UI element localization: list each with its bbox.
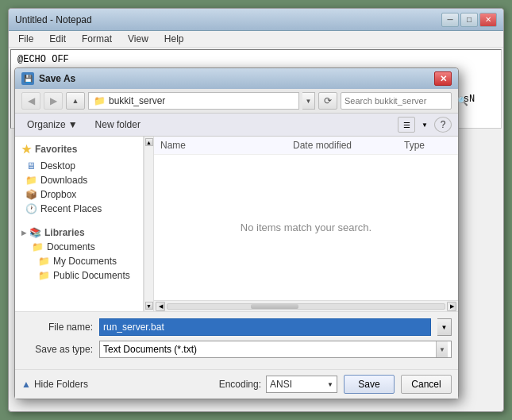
savetype-arrow[interactable]: ▼ (436, 341, 448, 357)
hscroll-thumb[interactable] (251, 304, 298, 309)
maximize-button[interactable]: □ (460, 13, 478, 27)
organize-button[interactable]: Organize ▼ (21, 117, 83, 133)
public-documents-icon: 📁 (37, 270, 50, 281)
menu-view[interactable]: View (125, 33, 152, 45)
nav-dropbox-label: Dropbox (40, 189, 76, 200)
nav-path-bar[interactable]: 📁 bukkit_server (88, 92, 299, 110)
back-button[interactable]: ◀ (21, 92, 40, 110)
search-input[interactable] (345, 96, 454, 106)
menu-edit[interactable]: Edit (46, 33, 69, 45)
help-label: ? (441, 119, 446, 130)
new-folder-button[interactable]: New folder (90, 117, 146, 133)
dropbox-icon: 📦 (25, 189, 37, 200)
dialog-icon: 💾 (21, 72, 34, 85)
organize-arrow: ▼ (68, 119, 78, 130)
recent-places-icon: 🕐 (25, 203, 37, 214)
nav-item-downloads[interactable]: 📁 Downloads (15, 173, 143, 187)
hscroll-left-arrow[interactable]: ◀ (156, 302, 165, 311)
favorites-header: ★ Favorites (15, 140, 143, 159)
search-bar: 🔍 (341, 92, 452, 110)
search-icon[interactable]: 🔍 (457, 96, 468, 106)
dialog-navbar: ◀ ▶ ▲ 📁 bukkit_server ▼ ⟳ 🔍 (15, 89, 458, 114)
cancel-button[interactable]: Cancel (401, 375, 452, 394)
nav-item-public-documents[interactable]: 📁 Public Documents (15, 268, 143, 283)
nav-spacer (15, 216, 143, 222)
encoding-label: Encoding: (219, 379, 261, 390)
nav-folder-icon: 📁 (94, 95, 106, 106)
menu-format[interactable]: Format (79, 33, 115, 45)
dialog-actions: ▲ Hide Folders Encoding: ANSI ▼ Save Can… (15, 369, 458, 399)
new-folder-label: New folder (95, 119, 141, 130)
encoding-value: ANSI (270, 379, 292, 390)
help-button[interactable]: ? (434, 117, 452, 133)
hscroll-track[interactable] (167, 303, 445, 310)
nav-path-dropdown[interactable]: ▼ (302, 92, 315, 110)
nav-item-recent-places[interactable]: 🕐 Recent Places (15, 202, 143, 216)
libraries-arrow-icon: ▶ (21, 229, 26, 237)
refresh-button[interactable]: ⟳ (318, 92, 337, 110)
hide-folders-arrow-icon: ▲ (21, 379, 31, 390)
documents-icon: 📁 (31, 241, 44, 252)
content-scrollbar[interactable]: ◀ ▶ (154, 300, 458, 311)
minimize-button[interactable]: ─ (441, 13, 459, 27)
nav-scrollbar[interactable]: ▲ ▼ (144, 137, 153, 311)
filename-input[interactable] (99, 318, 431, 336)
organize-label: Organize (27, 119, 66, 130)
hide-folders-label: Hide Folders (34, 379, 88, 390)
dialog-close-button[interactable]: ✕ (434, 71, 452, 86)
up-button[interactable]: ▲ (66, 92, 85, 110)
libraries-icon: 📚 (29, 227, 41, 238)
col-modified-header: Date modified (293, 140, 404, 151)
col-name-header: Name (160, 140, 293, 151)
view-toggle-button[interactable]: ☰ (398, 117, 415, 133)
column-headers: Name Date modified Type (154, 137, 458, 155)
my-documents-icon: 📁 (37, 256, 50, 267)
favorites-star-icon: ★ (21, 143, 32, 156)
nav-item-desktop[interactable]: 🖥 Desktop (15, 159, 143, 173)
menu-help[interactable]: Help (161, 33, 187, 45)
nav-item-my-documents[interactable]: 📁 My Documents (15, 254, 143, 268)
savetype-select[interactable]: Text Documents (*.txt) ▼ (99, 341, 452, 358)
savetype-row: Save as type: Text Documents (*.txt) ▼ (21, 341, 452, 358)
nav-panel-container: ★ Favorites 🖥 Desktop 📁 Downloads 📦 Drop… (15, 137, 154, 311)
nav-item-dropbox[interactable]: 📦 Dropbox (15, 187, 143, 202)
filename-label: File name: (21, 322, 93, 333)
menu-file[interactable]: File (15, 33, 37, 45)
nav-recent-label: Recent Places (40, 203, 102, 214)
hide-folders-button[interactable]: ▲ Hide Folders (21, 379, 88, 390)
dialog-title: Save As (39, 73, 434, 84)
hscroll-right-arrow[interactable]: ▶ (447, 302, 456, 311)
encoding-section: Encoding: ANSI ▼ (219, 376, 337, 393)
save-button[interactable]: Save (344, 375, 395, 394)
dialog-titlebar: 💾 Save As ✕ (15, 68, 458, 89)
empty-message: No items match your search. (154, 155, 458, 300)
forward-button[interactable]: ▶ (44, 92, 63, 110)
view-dropdown-arrow[interactable]: ▼ (422, 121, 428, 129)
libraries-label: Libraries (44, 227, 85, 238)
notepad-title: Untitled - Notepad (15, 14, 441, 25)
nav-documents-label: Documents (47, 241, 95, 252)
savetype-label: Save as type: (21, 344, 93, 355)
nav-public-documents-label: Public Documents (53, 270, 130, 281)
nav-desktop-label: Desktop (40, 160, 75, 171)
filename-dropdown-arrow[interactable]: ▼ (437, 318, 452, 336)
nav-panel: ★ Favorites 🖥 Desktop 📁 Downloads 📦 Drop… (15, 137, 144, 311)
scroll-up-arrow[interactable]: ▲ (145, 138, 153, 146)
encoding-select[interactable]: ANSI ▼ (266, 376, 337, 393)
notepad-menubar: File Edit Format View Help (9, 31, 503, 48)
nav-item-documents[interactable]: 📁 Documents (15, 240, 143, 254)
nav-downloads-label: Downloads (40, 175, 87, 186)
notepad-titlebar-buttons: ─ □ ✕ (441, 13, 497, 27)
content-panel: Name Date modified Type No items match y… (154, 137, 458, 311)
downloads-icon: 📁 (25, 175, 37, 186)
saveas-dialog: 💾 Save As ✕ ◀ ▶ ▲ 📁 bukkit_server ▼ ⟳ 🔍 … (14, 67, 459, 399)
favorites-label: Favorites (35, 144, 77, 155)
col-type-header: Type (404, 140, 452, 151)
filename-row: File name: ▼ (21, 318, 452, 336)
dialog-form: File name: ▼ Save as type: Text Document… (15, 311, 458, 369)
scroll-down-arrow[interactable]: ▼ (145, 302, 153, 310)
libraries-header[interactable]: ▶ 📚 Libraries (15, 222, 143, 240)
dialog-toolbar: Organize ▼ New folder ☰ ▼ ? (15, 114, 458, 137)
nav-path-text: bukkit_server (109, 95, 165, 106)
notepad-close-button[interactable]: ✕ (479, 13, 497, 27)
